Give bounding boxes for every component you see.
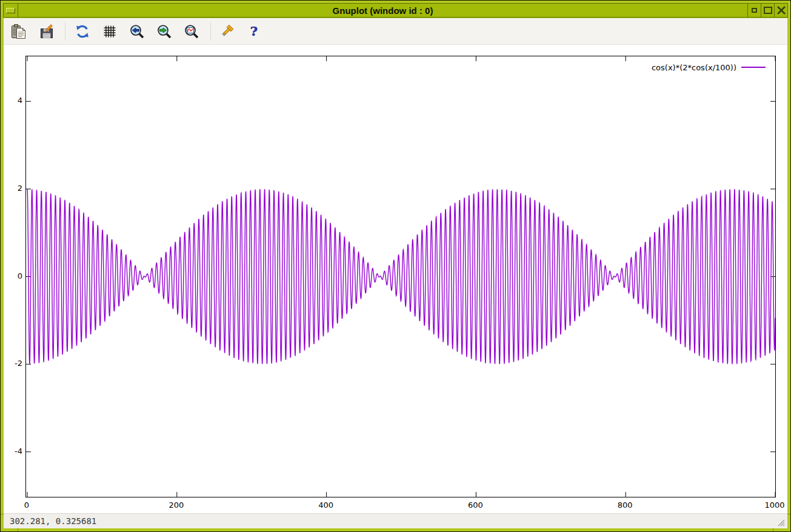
frame-seam bbox=[1, 514, 4, 514]
minimize-button[interactable] bbox=[747, 4, 761, 17]
wrench-icon bbox=[219, 24, 235, 39]
settings-button[interactable] bbox=[217, 22, 236, 41]
window-content: ? cos(x)*(2*cos(x/100)) 0200400600800100… bbox=[4, 18, 787, 528]
frame-seam bbox=[787, 514, 790, 514]
magnifier-back-icon bbox=[129, 24, 145, 39]
copy-to-clipboard-button[interactable] bbox=[9, 22, 28, 41]
clipboard-icon bbox=[11, 24, 27, 39]
close-button[interactable] bbox=[774, 4, 787, 17]
magnifier-forward-icon bbox=[156, 24, 172, 39]
window-menu-button[interactable] bbox=[4, 4, 18, 17]
replot-button[interactable] bbox=[73, 22, 92, 41]
legend: cos(x)*(2*cos(x/100)) bbox=[652, 62, 766, 72]
y-tick-label: -4 bbox=[4, 447, 22, 456]
frame-seam bbox=[18, 528, 18, 531]
toolbar-separator bbox=[210, 22, 211, 41]
refresh-icon bbox=[75, 24, 90, 39]
x-tick-label: 800 bbox=[607, 500, 643, 510]
zoom-previous-button[interactable] bbox=[127, 22, 147, 41]
svg-text:?: ? bbox=[250, 24, 258, 39]
autoscale-button[interactable] bbox=[182, 22, 201, 41]
grid-icon bbox=[102, 24, 118, 39]
plot-canvas: cos(x)*(2*cos(x/100)) 02004006008001000 … bbox=[4, 45, 787, 513]
maximize-button[interactable] bbox=[761, 4, 774, 17]
resize-grip[interactable] bbox=[775, 516, 786, 527]
cursor-coordinates: 302.281, 0.325681 bbox=[10, 516, 96, 526]
window-menu-icon bbox=[6, 8, 15, 13]
x-tick-label: 200 bbox=[158, 500, 195, 510]
x-tick-label: 1000 bbox=[756, 500, 791, 510]
export-to-file-button[interactable] bbox=[37, 22, 56, 41]
x-tick-label: 600 bbox=[457, 500, 493, 510]
statusbar: 302.281, 0.325681 bbox=[4, 513, 787, 528]
y-tick-label: 2 bbox=[4, 184, 22, 193]
close-icon bbox=[776, 6, 786, 15]
maximize-icon bbox=[764, 7, 772, 14]
help-button[interactable]: ? bbox=[244, 22, 264, 41]
titlebar: Gnuplot (window id : 0) bbox=[3, 3, 788, 18]
zoom-next-button[interactable] bbox=[155, 22, 174, 41]
plot-area[interactable]: cos(x)*(2*cos(x/100)) bbox=[25, 56, 776, 497]
legend-label: cos(x)*(2*cos(x/100)) bbox=[652, 63, 736, 72]
minimize-icon bbox=[752, 8, 757, 13]
y-tick-label: -2 bbox=[4, 359, 22, 368]
x-tick-label: 0 bbox=[8, 500, 45, 510]
save-floppy-icon bbox=[39, 24, 55, 39]
y-tick-label: 4 bbox=[4, 96, 22, 105]
magnifier-curve-icon bbox=[184, 24, 199, 39]
waveform-plot bbox=[26, 56, 775, 497]
x-tick-label: 400 bbox=[308, 500, 344, 510]
y-tick-label: 0 bbox=[4, 271, 22, 281]
toolbar: ? bbox=[4, 18, 787, 45]
question-mark-icon: ? bbox=[246, 24, 262, 39]
legend-line-sample bbox=[741, 67, 766, 68]
toggle-grid-button[interactable] bbox=[100, 22, 119, 41]
toolbar-separator bbox=[65, 22, 65, 41]
frame-seam bbox=[773, 528, 773, 531]
window-title: Gnuplot (window id : 0) bbox=[18, 5, 747, 16]
gnuplot-window: Gnuplot (window id : 0) bbox=[0, 0, 791, 532]
